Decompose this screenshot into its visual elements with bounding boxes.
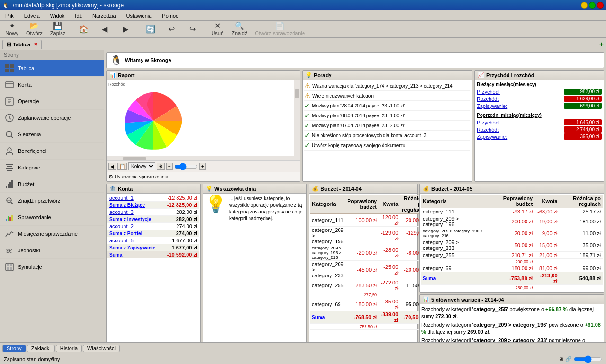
prev-income-link[interactable]: Przychód: bbox=[477, 120, 500, 125]
save-link[interactable]: Zapisywanie: bbox=[477, 103, 507, 109]
delete-button[interactable]: ✕ Usuń bbox=[208, 21, 227, 37]
sprawozdanie-icon bbox=[4, 212, 15, 223]
prev-expense-link[interactable]: Rozchód: bbox=[477, 127, 499, 133]
sum-biezace-link[interactable]: Suma z Bieżące bbox=[109, 203, 145, 208]
forward-button[interactable]: ▶ bbox=[116, 24, 135, 35]
home-button[interactable]: 🏠 bbox=[74, 24, 93, 35]
sidebar-item-beneficjenci[interactable]: Beneficjenci bbox=[0, 143, 104, 160]
tab-tablica[interactable]: ⊞ Tablica ✕ bbox=[2, 40, 42, 49]
welcome-icon: 🐧 bbox=[110, 54, 122, 66]
account-1-link[interactable]: account_1 bbox=[109, 195, 134, 201]
income-link[interactable]: Przychód: bbox=[477, 89, 500, 95]
sidebar-item-kategorie[interactable]: Kategorie bbox=[0, 160, 104, 176]
svg-rect-3 bbox=[10, 69, 14, 72]
open-report-button[interactable]: 📄 Otwórz sprawozdanie bbox=[252, 21, 308, 37]
sidebar-item-sprawozdanie[interactable]: Sprawozdanie bbox=[0, 209, 104, 226]
sidebar-item-miesieczne[interactable]: Miesięczne sprawozdanie bbox=[0, 226, 104, 242]
sidebar-item-operacje[interactable]: Operacje bbox=[0, 93, 104, 110]
menu-ustawienia[interactable]: Ustawienia bbox=[124, 12, 155, 19]
total-link[interactable]: Suma bbox=[109, 252, 122, 257]
sidebar-item-symulacje[interactable]: Symulacje bbox=[0, 259, 104, 275]
budget-april-title: Budżet - 2014-04 bbox=[321, 186, 362, 192]
sidebar-item-jednostki[interactable]: $€ Jednostki bbox=[0, 242, 104, 259]
sidebar-item-znajdz[interactable]: Znajdź i przetwórz bbox=[0, 193, 104, 209]
tip-text-5: Nie określono stóp procentowych dla kont… bbox=[312, 133, 427, 138]
separator-1 bbox=[71, 22, 71, 36]
undo-button[interactable]: ↩ bbox=[162, 24, 181, 35]
sum-portfel-link[interactable]: Suma z Portfel bbox=[109, 231, 142, 236]
open-button[interactable]: 📂 Otwórz bbox=[23, 21, 45, 37]
tips-header: 💡 Porady bbox=[303, 71, 472, 80]
sum-zapisywanie-link[interactable]: Suma z Zapisywanie bbox=[109, 245, 155, 250]
col-budget-may: Poprawiony budżet bbox=[490, 195, 535, 208]
col-kategoria: Kategoria bbox=[310, 195, 346, 214]
menu-widok[interactable]: Widok bbox=[47, 12, 68, 19]
account-2-link[interactable]: account_2 bbox=[109, 223, 134, 229]
sidebar-item-tablica[interactable]: Tablica bbox=[0, 60, 104, 77]
sum-inwest-link[interactable]: Suma z Inwestycje bbox=[109, 217, 151, 222]
bottom-tab-zakladki[interactable]: Zakładki bbox=[27, 345, 55, 352]
menu-pomoc[interactable]: Pomoc bbox=[159, 12, 181, 19]
zoom-status-slider[interactable] bbox=[574, 355, 602, 363]
report-scrollbar[interactable] bbox=[294, 80, 300, 156]
zoom-slider[interactable] bbox=[174, 163, 198, 170]
may-cat-233-diff: 35,00 zł bbox=[560, 239, 603, 252]
may-sub2-diff bbox=[560, 285, 603, 291]
account-2-amount: 274,00 zł bbox=[162, 223, 199, 230]
accounts-panel: 🏦 Konta account_1 -12 825,00 zł Suma z B… bbox=[106, 184, 201, 342]
minimize-button[interactable] bbox=[581, 2, 588, 9]
account-3-link[interactable]: account_3 bbox=[109, 209, 134, 215]
close-button[interactable] bbox=[597, 2, 604, 9]
may-cat-255-amount: -21,00 zł bbox=[535, 252, 559, 259]
save-button[interactable]: 💾 Zapisz bbox=[47, 21, 68, 37]
status-icon-1: 🖥 bbox=[558, 356, 563, 362]
back-button[interactable]: ◀ bbox=[95, 24, 114, 35]
new-label: Nowy bbox=[5, 30, 18, 36]
refresh-button[interactable]: 🔄 bbox=[141, 24, 160, 35]
tip-text-3: Możliwy plan '08.04.2014 payee_23 -1.00 … bbox=[312, 113, 405, 118]
zoom-out-button[interactable]: − bbox=[166, 163, 173, 170]
svg-rect-37 bbox=[10, 267, 12, 270]
report-settings-link[interactable]: ⚙ Ustawienia sprawozdania bbox=[107, 172, 300, 181]
svg-rect-20 bbox=[6, 186, 7, 188]
h-scrollbar[interactable] bbox=[107, 156, 300, 160]
redo-button[interactable]: ↪ bbox=[183, 24, 202, 35]
budget-april-table: Kategoria Poprawiony budżet Kwota Różnic… bbox=[310, 195, 426, 330]
add-tab-button[interactable]: + bbox=[599, 40, 604, 49]
report-back-button[interactable]: ◀ bbox=[108, 163, 116, 170]
may-total-budget: -753,88 zł bbox=[490, 272, 535, 285]
sidebar-item-konta[interactable]: Konta bbox=[0, 77, 104, 93]
table-header-row: Kategoria Poprawiony budżet Kwota Różnic… bbox=[310, 195, 426, 214]
tip-item-4: ✓ Możliwy plan '07.04.2014 payee_23 -2.0… bbox=[304, 121, 470, 131]
open-icon: 📂 bbox=[29, 22, 39, 30]
new-button[interactable]: ✦ Nowy bbox=[2, 21, 21, 37]
income-title: Przychód i rozchód bbox=[486, 72, 534, 78]
prev-save-link[interactable]: Zapisywanie: bbox=[477, 134, 507, 140]
sidebar-item-sledzenia[interactable]: Śledzenia bbox=[0, 126, 104, 143]
bottom-tab-strony[interactable]: Strony bbox=[2, 345, 26, 352]
budget-may-body: Kategoria Poprawiony budżet Kwota Różnic… bbox=[420, 194, 604, 292]
menu-idz[interactable]: Idź bbox=[72, 12, 85, 19]
find-button[interactable]: 🔍 Znajdź bbox=[229, 21, 250, 37]
menu-edycja[interactable]: Edycja bbox=[21, 12, 43, 19]
tab-close-button[interactable]: ✕ bbox=[34, 42, 37, 47]
zoom-in-button[interactable]: + bbox=[199, 163, 206, 170]
menu-narzedzia[interactable]: Narzędzia bbox=[89, 12, 119, 19]
separator-3 bbox=[205, 22, 205, 36]
sidebar-item-zaplanowane[interactable]: Zaplanowane operacje bbox=[0, 110, 104, 126]
accounts-header: 🏦 Konta bbox=[107, 184, 200, 194]
chart-type-select[interactable]: Kołowy bbox=[128, 162, 155, 170]
maximize-button[interactable] bbox=[589, 2, 596, 9]
may-cat-216-amount: -9,00 zł bbox=[535, 228, 559, 239]
report-copy-button[interactable]: 📋 bbox=[117, 163, 127, 170]
may-sub2-amount bbox=[535, 285, 559, 291]
status-icons: 🖥 🔗 bbox=[558, 355, 602, 363]
bottom-tab-wlasciwosci[interactable]: Właściwości bbox=[83, 345, 120, 352]
current-expense-value: 1 629,00 zł bbox=[564, 96, 602, 102]
sidebar-item-budzet[interactable]: Budżet bbox=[0, 176, 104, 193]
expense-link[interactable]: Rozchód: bbox=[477, 96, 499, 102]
chart-settings-button[interactable]: ⚙ bbox=[157, 163, 165, 170]
bottom-tab-historia[interactable]: Historia bbox=[56, 345, 82, 352]
menu-plik[interactable]: Plik bbox=[2, 12, 17, 19]
account-5-link[interactable]: account_5 bbox=[109, 238, 134, 243]
